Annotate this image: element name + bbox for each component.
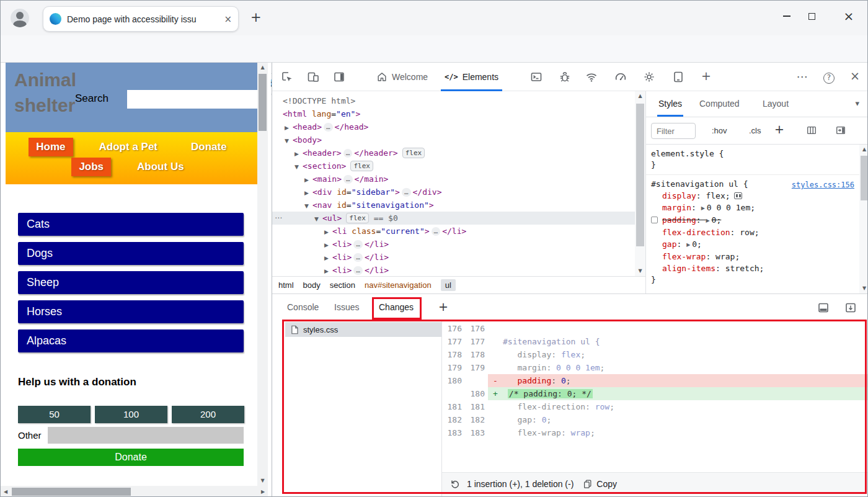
- device-frame-icon[interactable]: [672, 71, 684, 83]
- dom-tree-row[interactable]: ⋯▼<ul>flex == $0: [272, 212, 635, 225]
- expand-arrow-icon[interactable]: ▶: [304, 174, 312, 187]
- nav-item-adopt-a-pet[interactable]: Adopt a Pet: [92, 138, 165, 156]
- gear-icon[interactable]: [643, 71, 655, 83]
- tab-close-icon[interactable]: ×: [224, 14, 232, 25]
- css-property-display[interactable]: display: flex;: [651, 190, 854, 202]
- scroll-right-icon[interactable]: ▶: [258, 486, 268, 497]
- expand-arrow-icon[interactable]: ▶: [324, 252, 332, 265]
- dom-tree-row[interactable]: ▶<div id="sidebar">…</div>: [272, 186, 635, 199]
- collapse-arrow-icon[interactable]: ▼: [285, 135, 293, 148]
- other-amount-input[interactable]: [48, 427, 244, 444]
- expand-arrow-icon[interactable]: ▶: [324, 226, 332, 239]
- devtools-close-icon[interactable]: ×: [849, 69, 861, 82]
- expand-arrow-icon[interactable]: ▶: [285, 122, 293, 135]
- scrollbar-thumb[interactable]: [12, 488, 131, 496]
- pseudo-state-button[interactable]: :hov: [712, 126, 727, 135]
- window-close-button[interactable]: ×: [835, 1, 862, 32]
- styles-scrollbar[interactable]: ▲ ▼: [859, 145, 868, 293]
- breadcrumb-item-body[interactable]: body: [303, 280, 321, 290]
- inspect-element-icon[interactable]: [281, 71, 293, 83]
- donate-button[interactable]: Donate: [18, 449, 244, 466]
- minimize-button[interactable]: [773, 1, 800, 32]
- dom-tree-row[interactable]: ▶<li>…</li>: [272, 251, 635, 264]
- stylesheet-link[interactable]: styles.css:156: [792, 179, 854, 190]
- dock-panel-icon[interactable]: [333, 71, 345, 83]
- css-property-margin[interactable]: margin: ▶0 0 0 1em;: [651, 202, 854, 214]
- shorthand-expand-icon[interactable]: ▶: [706, 215, 709, 226]
- add-drawer-tab-icon[interactable]: +: [438, 300, 448, 313]
- nav-item-donate[interactable]: Donate: [184, 138, 234, 156]
- flex-editor-icon[interactable]: [734, 192, 742, 199]
- scroll-up-icon[interactable]: ▲: [859, 145, 868, 154]
- scrollbar-thumb[interactable]: [636, 104, 644, 246]
- category-button-dogs[interactable]: Dogs: [18, 242, 244, 265]
- performance-gauge-icon[interactable]: [614, 71, 627, 83]
- collapse-drawer-icon[interactable]: [844, 302, 857, 314]
- more-tools-plus-icon[interactable]: +: [700, 69, 712, 82]
- inline-expand-icon[interactable]: …: [402, 188, 411, 197]
- styles-tab-layout[interactable]: Layout: [761, 91, 790, 117]
- dom-tree-row[interactable]: ▶<main>…</main>: [272, 172, 635, 186]
- css-property-padding[interactable]: padding: ▶0;: [651, 214, 854, 226]
- dom-tree-row[interactable]: ▼<body>: [272, 133, 635, 146]
- page-horizontal-scrollbar[interactable]: ◀ ▶: [1, 486, 268, 497]
- row-more-icon[interactable]: ⋯: [275, 212, 282, 225]
- category-button-alpacas[interactable]: Alpacas: [18, 329, 244, 352]
- scroll-down-icon[interactable]: ▼: [257, 476, 268, 486]
- styles-tab-styles[interactable]: Styles: [657, 91, 683, 117]
- nav-item-jobs[interactable]: Jobs: [71, 158, 111, 176]
- chevron-down-icon[interactable]: ▾: [855, 99, 859, 108]
- sidebar-toggle-icon[interactable]: [835, 125, 846, 136]
- devtools-menu-icon[interactable]: ⋯: [796, 70, 808, 83]
- maximize-button[interactable]: [798, 1, 825, 32]
- dom-tree-row[interactable]: ▶<header>…</header>flex: [272, 146, 635, 159]
- inline-expand-icon[interactable]: …: [343, 175, 353, 184]
- scroll-up-icon[interactable]: ▲: [257, 63, 268, 73]
- css-property-gap[interactable]: gap: ▶0;: [651, 238, 854, 251]
- scroll-up-icon[interactable]: ▲: [635, 91, 645, 101]
- property-checkbox[interactable]: [651, 217, 658, 223]
- dock-drawer-icon[interactable]: [817, 302, 830, 314]
- profile-avatar[interactable]: [11, 9, 29, 27]
- dom-tree-row[interactable]: <!DOCTYPE html>: [272, 94, 635, 107]
- scroll-left-icon[interactable]: ◀: [1, 486, 11, 497]
- grid-columns-icon[interactable]: [806, 125, 817, 136]
- new-style-rule-icon[interactable]: +: [774, 122, 784, 136]
- inline-expand-icon[interactable]: …: [353, 253, 363, 262]
- element-class-button[interactable]: .cls: [749, 126, 761, 135]
- scroll-down-icon[interactable]: ▼: [635, 266, 645, 276]
- expand-arrow-icon[interactable]: ▶: [324, 265, 332, 276]
- scrollbar-thumb[interactable]: [861, 156, 868, 200]
- amount-button-50[interactable]: 50: [18, 406, 91, 423]
- tab-welcome[interactable]: Welcome: [373, 63, 432, 91]
- dom-tree-row[interactable]: ▶<li>…</li>: [272, 264, 635, 276]
- console-panel-icon[interactable]: [530, 71, 542, 83]
- flex-badge[interactable]: flex: [402, 148, 425, 158]
- styles-tab-computed[interactable]: Computed: [698, 91, 741, 117]
- flex-badge[interactable]: flex: [346, 213, 369, 223]
- page-vertical-scrollbar[interactable]: ▲ ▼: [257, 63, 268, 486]
- collapse-arrow-icon[interactable]: ▼: [314, 213, 322, 226]
- help-icon[interactable]: ?: [823, 71, 835, 84]
- category-button-cats[interactable]: Cats: [18, 213, 244, 236]
- dom-tree-row[interactable]: ▶<head>…</head>: [272, 120, 635, 133]
- dom-tree-row[interactable]: ▼<section>flex: [272, 159, 635, 172]
- breadcrumb-item-section[interactable]: section: [330, 280, 355, 290]
- bug-icon[interactable]: [559, 71, 571, 83]
- expand-arrow-icon[interactable]: ▶: [324, 239, 332, 252]
- browser-tab[interactable]: Demo page with accessibility issu ×: [43, 6, 239, 32]
- scrollbar-thumb[interactable]: [259, 74, 267, 131]
- dom-tree-row[interactable]: ▶<li>…</li>: [272, 238, 635, 251]
- breadcrumb-item-nav-sitenavigation[interactable]: nav#sitenavigation: [365, 280, 432, 290]
- shorthand-expand-icon[interactable]: ▶: [686, 239, 690, 251]
- tree-scrollbar[interactable]: ▲ ▼: [635, 91, 645, 276]
- new-tab-button[interactable]: +: [250, 10, 262, 25]
- device-emulation-icon[interactable]: [307, 71, 319, 83]
- nav-item-home[interactable]: Home: [29, 138, 73, 156]
- nav-item-about-us[interactable]: About Us: [130, 158, 192, 176]
- tab-elements[interactable]: </> Elements: [441, 63, 502, 91]
- collapse-arrow-icon[interactable]: ▼: [294, 161, 303, 174]
- inline-expand-icon[interactable]: …: [343, 149, 353, 158]
- inline-expand-icon[interactable]: …: [353, 266, 363, 275]
- breadcrumb-item-html[interactable]: html: [278, 280, 294, 290]
